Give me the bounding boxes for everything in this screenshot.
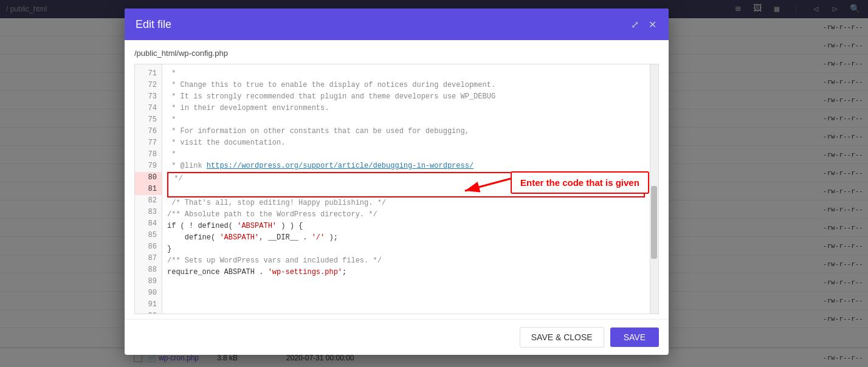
line-num-92: 92 (135, 310, 162, 314)
line-num-73: 73 (135, 91, 162, 103)
line-num-82: 82 (135, 195, 162, 207)
red-arrow (456, 173, 517, 203)
code-line-74: * in their development environments. (167, 103, 645, 114)
code-line-71: * (167, 68, 645, 80)
code-line-72: * Change this to true to enable the disp… (167, 80, 645, 91)
scrollbar-thumb[interactable] (651, 186, 657, 259)
line-num-87: 87 (135, 253, 162, 264)
modal-footer: SAVE & CLOSE SAVE (125, 319, 669, 355)
line-num-79: 79 (135, 160, 162, 172)
code-line-91: require_once ABSPATH . 'wp-settings.php'… (167, 267, 645, 278)
close-button[interactable]: ✕ (647, 18, 658, 32)
save-button[interactable]: SAVE (610, 328, 659, 347)
line-numbers: 71 72 73 74 75 76 77 78 79 80 81 82 83 8… (135, 64, 162, 314)
line-num-83: 83 (135, 207, 162, 218)
line-num-84: 84 (135, 218, 162, 230)
line-num-72: 72 (135, 80, 162, 91)
expand-button[interactable]: ⤢ (630, 18, 640, 32)
modal-title: Edit file (136, 18, 171, 31)
code-line-85: /** Absolute path to the WordPress direc… (167, 209, 645, 221)
svg-line-1 (465, 179, 511, 191)
code-line-77: * visit the documentation. (167, 137, 645, 149)
line-num-80: 80 (135, 172, 162, 184)
code-line-75: * (167, 114, 645, 126)
line-num-75: 75 (135, 114, 162, 126)
code-line-88: } (167, 244, 645, 255)
line-num-71: 71 (135, 68, 162, 80)
annotation-box: Enter the code that is given (511, 171, 649, 194)
line-num-91: 91 (135, 299, 162, 310)
line-num-86: 86 (135, 241, 162, 253)
line-num-74: 74 (135, 103, 162, 114)
line-num-88: 88 (135, 264, 162, 276)
code-line-86: if ( ! defined( 'ABSPATH' ) ) { (167, 221, 645, 232)
annotation-text: Enter the code that is given (520, 177, 639, 188)
line-num-89: 89 (135, 276, 162, 287)
line-num-90: 90 (135, 287, 162, 299)
scrollbar[interactable] (650, 64, 658, 314)
code-line-78: * (167, 149, 645, 160)
save-close-button[interactable]: SAVE & CLOSE (520, 327, 604, 348)
code-line-79: * @link https://wordpress.org/support/ar… (167, 160, 645, 172)
code-line-73: * It is strongly recommended that plugin… (167, 91, 645, 103)
line-num-81: 81 (135, 184, 162, 195)
line-num-77: 77 (135, 137, 162, 149)
code-line-76: * For information on other constants tha… (167, 126, 645, 137)
modal-header-icons: ⤢ ✕ (630, 18, 658, 32)
line-num-78: 78 (135, 149, 162, 160)
code-line-87: define( 'ABSPATH', __DIR__ . '/' ); (167, 232, 645, 244)
file-path: /public_html/wp-config.php (134, 49, 659, 58)
code-line-83: /* That's all, stop editing! Happy publi… (167, 197, 645, 209)
code-line-90: /** Sets up WordPress vars and included … (167, 255, 645, 267)
modal-header: Edit file ⤢ ✕ (125, 9, 669, 40)
line-num-85: 85 (135, 230, 162, 241)
line-num-76: 76 (135, 126, 162, 137)
